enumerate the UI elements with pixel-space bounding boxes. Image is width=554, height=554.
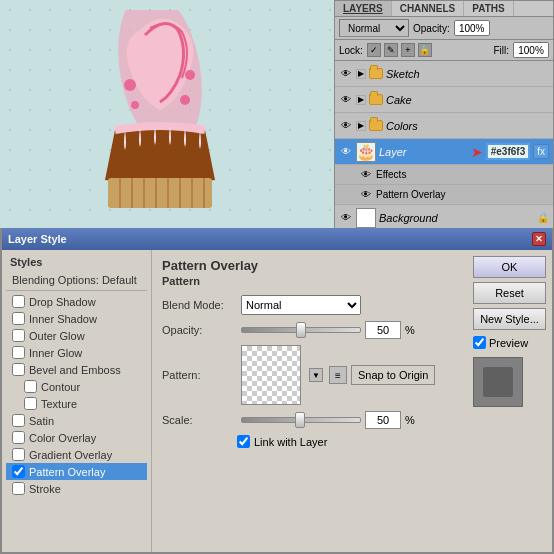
styles-item-texture[interactable]: Texture [6,395,147,412]
dialog-titlebar: Layer Style ✕ [2,228,552,250]
styles-item-blending[interactable]: Blending Options: Default [6,272,147,288]
folder-cake [369,94,383,105]
svg-point-1 [124,79,136,91]
stroke-checkbox[interactable] [12,482,25,495]
layer-name-colors: Colors [386,120,549,132]
preview-row: Preview [473,336,546,349]
lock-position-icon[interactable]: + [401,43,415,57]
bevel-checkbox[interactable] [12,363,25,376]
buttons-panel: OK Reset New Style... Preview [467,250,552,552]
drop-shadow-checkbox[interactable] [12,295,25,308]
styles-item-outer-glow[interactable]: Outer Glow [6,327,147,344]
color-overlay-checkbox[interactable] [12,431,25,444]
eye-icon-layer[interactable]: 👁 [339,145,353,159]
opacity-setting-row: Opacity: % [162,321,457,339]
fx-badge[interactable]: fx [533,144,549,159]
pattern-setting-row: Pattern: ▼ ≡ Snap to Origin [162,345,457,405]
opacity-setting-label: Opacity: [162,324,237,336]
blend-mode-setting-label: Blend Mode: [162,299,237,311]
blend-mode-select[interactable]: Normal [339,19,409,37]
opacity-label: Opacity: [413,23,450,34]
arrow-colors[interactable]: ▶ [356,121,366,131]
pattern-options-btn[interactable]: ≡ [329,366,347,384]
tab-paths[interactable]: PATHS [464,1,513,16]
layer-thumb-bg [356,208,376,228]
new-style-button[interactable]: New Style... [473,308,546,330]
gradient-overlay-checkbox[interactable] [12,448,25,461]
eye-icon-background[interactable]: 👁 [339,211,353,225]
snap-to-origin-button[interactable]: Snap to Origin [351,365,435,385]
link-layer-checkbox[interactable] [237,435,250,448]
folder-colors [369,120,383,131]
fill-input[interactable] [513,42,549,58]
settings-panel: Pattern Overlay Pattern Blend Mode: Norm… [152,250,467,552]
arrow-pointer: ➤ [471,144,483,160]
satin-checkbox[interactable] [12,414,25,427]
styles-item-drop-shadow[interactable]: Drop Shadow [6,293,147,310]
layer-row-pattern-overlay[interactable]: 👁 Pattern Overlay [335,185,553,205]
layer-row-effects[interactable]: 👁 Effects [335,165,553,185]
layer-row-background[interactable]: 👁 Background 🔒 [335,205,553,230]
styles-panel-title: Styles [6,254,147,270]
styles-item-gradient-overlay[interactable]: Gradient Overlay [6,446,147,463]
arrow-sketch[interactable]: ▶ [356,69,366,79]
styles-item-contour[interactable]: Contour [6,378,147,395]
pattern-preview[interactable] [241,345,301,405]
lock-image-icon[interactable]: ✎ [384,43,398,57]
eye-icon-effects[interactable]: 👁 [359,168,373,182]
scale-slider[interactable] [241,417,361,423]
opacity-slider[interactable] [241,327,361,333]
inner-shadow-checkbox[interactable] [12,312,25,325]
preview-label: Preview [489,337,528,349]
color-overlay-label: Color Overlay [29,432,96,444]
pattern-overlay-checkbox[interactable] [12,465,25,478]
tab-layers[interactable]: LAYERS [335,1,392,16]
reset-button[interactable]: Reset [473,282,546,304]
styles-item-stroke[interactable]: Stroke [6,480,147,497]
lock-transparent-icon[interactable]: ✓ [367,43,381,57]
styles-item-bevel[interactable]: Bevel and Emboss [6,361,147,378]
eye-icon-colors[interactable]: 👁 [339,119,353,133]
styles-item-satin[interactable]: Satin [6,412,147,429]
bevel-label: Bevel and Emboss [29,364,121,376]
scale-setting-label: Scale: [162,414,237,426]
styles-divider [6,290,147,291]
scale-value-input[interactable] [365,411,401,429]
eye-icon-sketch[interactable]: 👁 [339,67,353,81]
settings-title: Pattern Overlay [162,258,457,273]
tab-channels[interactable]: CHANNELS [392,1,465,16]
opacity-value-input[interactable] [365,321,401,339]
arrow-cake[interactable]: ▶ [356,95,366,105]
opacity-input[interactable] [454,20,490,36]
layer-row-colors[interactable]: 👁 ▶ Colors [335,113,553,139]
ok-button[interactable]: OK [473,256,546,278]
layer-row-sketch[interactable]: 👁 ▶ Sketch [335,61,553,87]
dialog-close-button[interactable]: ✕ [532,232,546,246]
layer-name-cake: Cake [386,94,549,106]
layer-style-dialog: Layer Style ✕ Styles Blending Options: D… [0,228,554,554]
layer-row-layer[interactable]: 👁 🎂 Layer ➤ #e3f6f3 fx [335,139,553,165]
eye-icon-pattern[interactable]: 👁 [359,188,373,202]
outer-glow-checkbox[interactable] [12,329,25,342]
eye-icon-cake[interactable]: 👁 [339,93,353,107]
preview-checkbox[interactable] [473,336,486,349]
pattern-dropdown-btn[interactable]: ▼ [309,368,323,382]
contour-checkbox[interactable] [24,380,37,393]
blending-label: Blending Options: Default [12,274,137,286]
layer-name-bg: Background [379,212,534,224]
blend-mode-setting-select[interactable]: Normal Multiply Screen [241,295,361,315]
inner-glow-label: Inner Glow [29,347,82,359]
inner-glow-checkbox[interactable] [12,346,25,359]
texture-checkbox[interactable] [24,397,37,410]
styles-item-pattern-overlay[interactable]: Pattern Overlay [6,463,147,480]
texture-label: Texture [41,398,77,410]
lock-all-icon[interactable]: 🔒 [418,43,432,57]
svg-rect-5 [108,178,212,208]
contour-label: Contour [41,381,80,393]
styles-item-inner-shadow[interactable]: Inner Shadow [6,310,147,327]
dialog-body: Styles Blending Options: Default Drop Sh… [2,250,552,552]
styles-item-inner-glow[interactable]: Inner Glow [6,344,147,361]
styles-item-color-overlay[interactable]: Color Overlay [6,429,147,446]
preview-thumbnail [473,357,523,407]
layer-row-cake[interactable]: 👁 ▶ Cake [335,87,553,113]
